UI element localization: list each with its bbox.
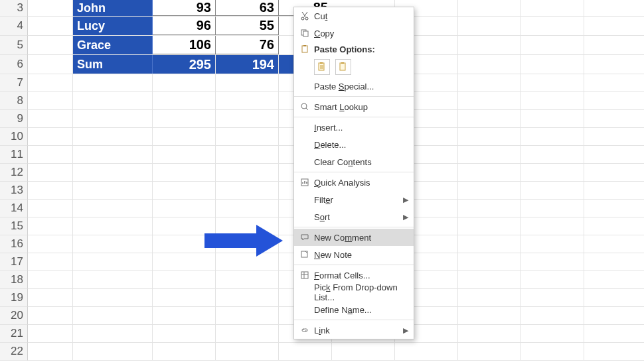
menu-label: Paste Options: xyxy=(314,44,408,54)
cell-name[interactable]: Sum xyxy=(73,55,153,74)
menu-smart-lookup[interactable]: Smart Lookup xyxy=(294,98,414,115)
row-header[interactable]: 9 xyxy=(0,110,28,128)
cell-name[interactable]: Lucy xyxy=(73,17,153,35)
format-cells-icon xyxy=(298,270,311,280)
menu-label: Clear Contents xyxy=(314,157,408,167)
menu-new-note[interactable]: New Note xyxy=(294,246,414,263)
svg-rect-8 xyxy=(340,63,345,70)
cell[interactable] xyxy=(458,55,521,74)
cell[interactable] xyxy=(521,36,584,54)
row-header[interactable]: 8 xyxy=(0,92,28,110)
menu-label: New Note xyxy=(314,250,408,260)
menu-link[interactable]: Link ▶ xyxy=(294,322,414,339)
menu-label: Link xyxy=(314,326,403,335)
cut-icon xyxy=(298,11,311,21)
row-header[interactable]: 19 xyxy=(0,289,28,307)
row-header[interactable]: 4 xyxy=(0,17,28,36)
paste-options-row xyxy=(294,56,414,78)
menu-format-cells[interactable]: Format Cells... xyxy=(294,267,414,284)
svg-rect-7 xyxy=(320,62,323,64)
quick-analysis-icon xyxy=(298,177,311,188)
menu-cut[interactable]: Cut xyxy=(294,7,414,25)
row-header[interactable]: 15 xyxy=(0,217,28,235)
menu-sort[interactable]: Sort ▶ xyxy=(294,208,414,225)
menu-label: Cut xyxy=(314,11,408,21)
row-header[interactable]: 21 xyxy=(0,325,28,343)
cell-value[interactable]: 76 xyxy=(216,36,279,54)
row-header[interactable]: 17 xyxy=(0,253,28,271)
row-header[interactable]: 5 xyxy=(0,36,28,55)
svg-point-0 xyxy=(301,17,304,20)
svg-point-1 xyxy=(305,17,308,20)
cell[interactable] xyxy=(521,55,584,74)
cell[interactable] xyxy=(521,0,584,16)
submenu-arrow-icon: ▶ xyxy=(403,326,408,335)
menu-new-comment[interactable]: New Comment xyxy=(294,229,414,246)
menu-label: Pick From Drop-down List... xyxy=(314,282,408,302)
row-header[interactable]: 16 xyxy=(0,235,28,253)
menu-define-name[interactable]: Define Name... xyxy=(294,301,414,318)
menu-label: Filter xyxy=(314,195,403,205)
cell[interactable] xyxy=(28,0,73,16)
menu-label: Define Name... xyxy=(314,305,408,315)
svg-rect-5 xyxy=(303,45,306,46)
search-icon xyxy=(298,101,311,112)
row-header[interactable]: 20 xyxy=(0,307,28,325)
row-header[interactable]: 7 xyxy=(0,74,28,92)
submenu-arrow-icon: ▶ xyxy=(403,196,408,204)
menu-label: Sort xyxy=(314,212,403,222)
cell-value[interactable]: 93 xyxy=(153,0,216,16)
row-header[interactable]: 22 xyxy=(0,343,28,361)
svg-rect-4 xyxy=(302,46,307,52)
cell[interactable] xyxy=(458,0,521,16)
cell-name[interactable]: John xyxy=(73,0,153,16)
cell-name[interactable]: Grace xyxy=(73,36,153,54)
cell-value[interactable]: 106 xyxy=(153,36,216,54)
link-icon xyxy=(298,325,311,335)
svg-rect-13 xyxy=(301,272,308,278)
row-header[interactable]: 14 xyxy=(0,200,28,217)
menu-paste-special[interactable]: Paste Special... xyxy=(294,78,414,95)
cell-sum[interactable]: 295 xyxy=(153,55,216,74)
menu-label: Delete... xyxy=(314,140,408,150)
cell-value[interactable]: 63 xyxy=(216,0,279,16)
row-header[interactable]: 11 xyxy=(0,146,28,164)
row-header[interactable]: 3 xyxy=(0,0,28,17)
menu-label: Copy xyxy=(314,29,408,38)
menu-insert[interactable]: Insert... xyxy=(294,119,414,136)
submenu-arrow-icon: ▶ xyxy=(403,213,408,221)
menu-quick-analysis[interactable]: Quick Analysis xyxy=(294,174,414,191)
note-icon xyxy=(298,249,311,260)
row-header[interactable]: 10 xyxy=(0,128,28,146)
paste-icon[interactable] xyxy=(314,59,330,75)
menu-copy[interactable]: Copy xyxy=(294,25,414,42)
cell[interactable] xyxy=(521,17,584,35)
paste-values-icon[interactable] xyxy=(335,59,351,75)
cell[interactable] xyxy=(28,55,73,74)
menu-clear-contents[interactable]: Clear Contents xyxy=(294,153,414,170)
cell-sum[interactable]: 194 xyxy=(216,55,279,74)
cell[interactable] xyxy=(458,17,521,35)
row-header[interactable]: 13 xyxy=(0,182,28,200)
cell-value[interactable]: 55 xyxy=(216,17,279,35)
row-header[interactable]: 12 xyxy=(0,164,28,182)
menu-delete[interactable]: Delete... xyxy=(294,136,414,153)
menu-label: New Comment xyxy=(314,233,408,243)
cell-value[interactable]: 96 xyxy=(153,17,216,35)
menu-label: Insert... xyxy=(314,123,408,133)
row-headers: 3 4 5 6 7 8 9 10 11 12 13 14 15 16 17 18… xyxy=(0,0,28,361)
menu-pick-from-list[interactable]: Pick From Drop-down List... xyxy=(294,284,414,301)
row-header[interactable]: 18 xyxy=(0,271,28,289)
menu-label: Quick Analysis xyxy=(314,178,408,188)
cell[interactable] xyxy=(28,36,73,54)
svg-rect-3 xyxy=(303,31,308,36)
svg-point-10 xyxy=(301,103,307,109)
copy-icon xyxy=(298,28,311,38)
row-header[interactable]: 6 xyxy=(0,55,28,74)
menu-filter[interactable]: Filter ▶ xyxy=(294,191,414,208)
comment-icon xyxy=(298,232,311,243)
svg-rect-9 xyxy=(341,62,344,64)
cell[interactable] xyxy=(28,17,73,35)
cell[interactable] xyxy=(458,36,521,54)
pointer-arrow xyxy=(204,225,291,257)
